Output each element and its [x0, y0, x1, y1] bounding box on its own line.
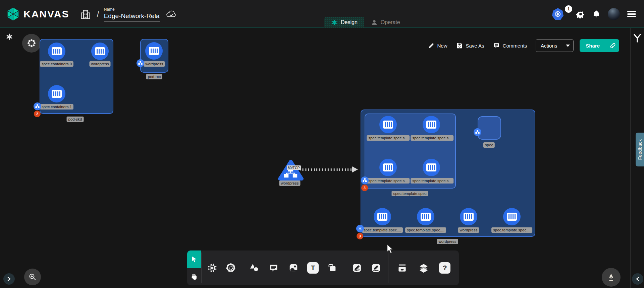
container-icon: [464, 213, 474, 221]
actions-split-button[interactable]: Actions: [536, 39, 574, 52]
tab-design-label: Design: [341, 19, 358, 25]
node-wordpress-container[interactable]: [91, 43, 109, 60]
node-deployment-container[interactable]: [503, 208, 521, 225]
group-spec-template-spec[interactable]: [365, 114, 456, 189]
node-deployment-container[interactable]: [374, 208, 391, 225]
node-spec-containers-1[interactable]: [48, 85, 65, 102]
validator-y-icon[interactable]: [633, 33, 642, 43]
app-header: KANVAS / Name: [0, 0, 644, 28]
freehand-draw-tool-button[interactable]: [369, 261, 383, 275]
design-name-input[interactable]: [104, 12, 160, 21]
link-icon: [609, 42, 616, 49]
node-template-container[interactable]: [423, 159, 440, 176]
kubernetes-context-button[interactable]: 1: [552, 8, 564, 20]
group-spec[interactable]: [478, 116, 501, 140]
help-tool-button[interactable]: ?: [437, 261, 452, 275]
node-label: spec.containers.1: [40, 104, 73, 110]
mode-tabs: Design Operate: [324, 17, 407, 28]
design-name-label: Name: [104, 7, 160, 12]
node-label: spec.template.spec....: [362, 227, 403, 233]
user-avatar[interactable]: [608, 8, 620, 20]
layers-tool-button[interactable]: [416, 261, 431, 275]
vector-pen-tool-button[interactable]: [350, 261, 364, 275]
kubernetes-icon: [552, 8, 564, 20]
text-tool-button[interactable]: T: [306, 261, 320, 275]
design-action-bar: New Save As Comments Actions Share: [428, 39, 620, 52]
pod-relationship-badge[interactable]: [34, 102, 41, 110]
tab-operate[interactable]: Operate: [364, 17, 407, 28]
pencil-icon: [428, 43, 434, 49]
container-icon: [377, 213, 387, 221]
kubernetes-wheel-icon: [226, 263, 236, 273]
deployment-meshery-badge[interactable]: [356, 225, 364, 232]
comments-button[interactable]: Comments: [493, 42, 527, 49]
brand[interactable]: KANVAS: [6, 7, 69, 21]
service-edge[interactable]: [301, 168, 354, 171]
meshery-badge-icon: [358, 226, 362, 231]
image-icon: [288, 263, 299, 273]
cloud-saved-icon: [166, 9, 177, 19]
zoom-button[interactable]: [24, 269, 41, 285]
comment-tool-button[interactable]: [266, 261, 281, 275]
select-tool-button[interactable]: [187, 250, 201, 268]
settings-gear-icon[interactable]: [576, 10, 585, 18]
organization-icon[interactable]: [80, 9, 91, 19]
note-tool-button[interactable]: [325, 261, 340, 275]
drawer-tool-button[interactable]: [395, 261, 410, 275]
template-count-badge[interactable]: 3: [361, 185, 368, 191]
canvas-toolbar: T: [187, 250, 459, 285]
node-label: wordpress: [89, 61, 110, 67]
pen-mode-button[interactable]: [602, 268, 621, 287]
new-button[interactable]: New: [428, 43, 447, 49]
group-label-wordpress: wordpress: [437, 239, 458, 244]
expand-left-panel-button[interactable]: [3, 273, 15, 285]
feedback-tab[interactable]: Feedback: [636, 133, 644, 166]
components-tool-button[interactable]: [205, 261, 220, 275]
pod-skd-count-badge[interactable]: 2: [34, 111, 41, 117]
container-icon: [383, 121, 393, 129]
design-name-field: Name: [104, 7, 160, 21]
node-service-wordpress[interactable]: [278, 159, 304, 182]
image-tool-button[interactable]: [286, 261, 301, 275]
deployment-count-badge[interactable]: 3: [357, 233, 363, 239]
breadcrumb-separator: /: [97, 9, 99, 19]
tab-design[interactable]: Design: [324, 17, 364, 28]
help-tool-glyph: ?: [439, 262, 450, 274]
node-template-container[interactable]: [423, 116, 440, 133]
save-as-button[interactable]: Save As: [456, 42, 484, 49]
kubernetes-tool-button[interactable]: [223, 261, 238, 275]
comment-icon: [493, 42, 500, 49]
expand-right-panel-button[interactable]: [632, 273, 643, 285]
save-as-label: Save As: [466, 43, 484, 49]
node-deployment-container[interactable]: [417, 208, 434, 225]
comment-tool-icon: [269, 263, 278, 273]
notifications-bell-icon[interactable]: [592, 10, 600, 18]
node-deployment-container[interactable]: [460, 208, 477, 225]
freehand-pencil-icon: [371, 263, 381, 273]
share-label[interactable]: Share: [580, 39, 606, 52]
shapes-icon: [249, 263, 259, 273]
pan-tool-button[interactable]: [187, 268, 201, 285]
kanvas-app: KANVAS / Name: [0, 0, 644, 288]
spec-relationship-badge[interactable]: [474, 128, 481, 136]
node-template-container[interactable]: [379, 116, 397, 133]
group-label-spec-template-spec: spec.template.spec: [391, 191, 428, 196]
node-wordpress-container[interactable]: [145, 42, 163, 60]
group-label-pod-skd: pod-skd: [67, 117, 84, 122]
chevron-left-icon: [635, 277, 640, 281]
shapes-tool-button[interactable]: [247, 261, 262, 275]
share-split-button[interactable]: Share: [580, 39, 619, 52]
node-spec-containers-0[interactable]: [48, 43, 65, 60]
hierarchy-icon: [475, 130, 480, 134]
actions-label[interactable]: Actions: [536, 40, 562, 52]
node-template-container[interactable]: [379, 159, 397, 176]
template-relationship-badge[interactable]: [361, 176, 369, 184]
menu-hamburger-icon[interactable]: [627, 10, 636, 19]
tab-operate-label: Operate: [381, 19, 400, 25]
node-label: spec.template.spec.s...: [411, 178, 453, 184]
actions-dropdown-caret[interactable]: [562, 40, 573, 52]
copy-link-button[interactable]: [606, 39, 619, 52]
pod-relationship-badge[interactable]: [137, 59, 144, 67]
canvas-widgets-button[interactable]: [22, 34, 41, 53]
hand-pan-icon: [191, 273, 198, 280]
